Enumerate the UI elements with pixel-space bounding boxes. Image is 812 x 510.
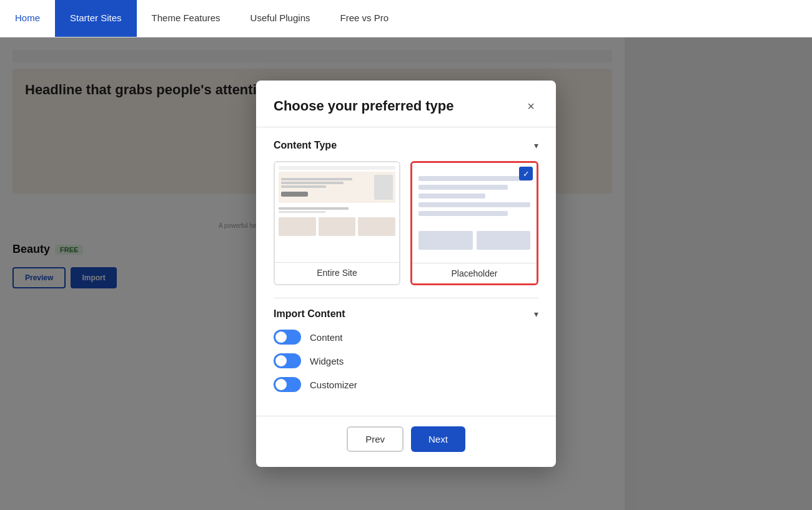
prev-button[interactable]: Prev bbox=[347, 426, 404, 452]
mini-site-preview bbox=[275, 162, 399, 262]
entire-site-label: Entire Site bbox=[275, 262, 399, 283]
navigation: Home Starter Sites Theme Features Useful… bbox=[0, 0, 812, 37]
mini-product-1 bbox=[279, 217, 316, 236]
content-type-cards: Entire Site bbox=[274, 161, 538, 285]
widgets-toggle[interactable] bbox=[274, 353, 301, 368]
import-content-title: Import Content bbox=[274, 308, 345, 320]
customizer-toggle-label: Customizer bbox=[310, 380, 357, 390]
mini-hero-line-3 bbox=[281, 185, 326, 188]
widgets-toggle-label: Widgets bbox=[310, 356, 344, 366]
import-chevron-icon[interactable]: ▾ bbox=[534, 309, 538, 319]
ph-line-3 bbox=[418, 194, 485, 199]
ph-line-1 bbox=[418, 176, 530, 181]
ph-grid bbox=[418, 231, 530, 250]
placeholder-preview: ✓ bbox=[412, 163, 537, 263]
content-type-chevron-icon[interactable]: ▾ bbox=[534, 140, 538, 150]
modal-title: Choose your preferred type bbox=[274, 98, 454, 114]
ph-spacer bbox=[418, 220, 530, 227]
content-toggle-label: Content bbox=[310, 332, 343, 343]
import-content-section: Import Content ▾ Content bbox=[274, 308, 538, 392]
mini-hero-line-2 bbox=[281, 182, 344, 184]
modal-overlay: Choose your preferred type × Content Typ… bbox=[0, 37, 812, 510]
ph-block-2 bbox=[477, 231, 531, 250]
widgets-toggle-row: Widgets bbox=[274, 353, 538, 368]
mini-section-line-1 bbox=[279, 207, 349, 210]
next-button[interactable]: Next bbox=[411, 426, 465, 452]
placeholder-label: Placeholder bbox=[412, 263, 537, 283]
section-divider bbox=[274, 298, 538, 298]
modal-body: Content Type ▾ bbox=[256, 127, 556, 413]
mini-hero-img bbox=[374, 175, 393, 200]
placeholder-visual bbox=[412, 163, 537, 263]
mini-nav bbox=[279, 166, 395, 170]
mini-product-2 bbox=[319, 217, 356, 236]
ph-line-4 bbox=[418, 202, 530, 207]
content-toggle[interactable] bbox=[274, 330, 301, 345]
content-toggle-row: Content bbox=[274, 330, 538, 345]
selected-checkmark: ✓ bbox=[519, 167, 533, 180]
customizer-toggle[interactable] bbox=[274, 377, 301, 392]
ph-line-5 bbox=[418, 211, 508, 216]
placeholder-card[interactable]: ✓ Placeholder bbox=[410, 161, 538, 285]
content-type-title: Content Type bbox=[274, 140, 337, 151]
customizer-toggle-slider bbox=[274, 377, 301, 392]
nav-useful-plugins[interactable]: Useful Plugins bbox=[235, 0, 325, 37]
mini-hero bbox=[279, 172, 395, 203]
widgets-toggle-slider bbox=[274, 353, 301, 368]
nav-theme-features[interactable]: Theme Features bbox=[137, 0, 235, 37]
mini-product-3 bbox=[358, 217, 395, 236]
customizer-toggle-row: Customizer bbox=[274, 377, 538, 392]
mini-hero-line-1 bbox=[281, 178, 352, 180]
modal-dialog: Choose your preferred type × Content Typ… bbox=[256, 81, 556, 467]
ph-block-1 bbox=[418, 231, 473, 250]
content-toggle-slider bbox=[274, 330, 301, 345]
mini-product-row bbox=[279, 217, 395, 236]
mini-section-line-2 bbox=[279, 211, 325, 213]
entire-site-card[interactable]: Entire Site bbox=[274, 161, 400, 285]
modal-close-button[interactable]: × bbox=[523, 99, 538, 114]
nav-home[interactable]: Home bbox=[0, 0, 55, 37]
nav-starter-sites[interactable]: Starter Sites bbox=[55, 0, 137, 37]
entire-site-preview bbox=[275, 162, 399, 262]
modal-footer: Prev Next bbox=[256, 416, 556, 467]
import-header: Import Content ▾ bbox=[274, 308, 538, 320]
ph-line-2 bbox=[418, 185, 508, 190]
mini-hero-btn bbox=[281, 192, 308, 197]
mini-hero-text bbox=[281, 178, 370, 197]
mini-section-1 bbox=[279, 207, 395, 213]
nav-free-vs-pro[interactable]: Free vs Pro bbox=[325, 0, 404, 37]
content-type-header: Content Type ▾ bbox=[274, 140, 538, 151]
modal-header: Choose your preferred type × bbox=[256, 81, 556, 127]
